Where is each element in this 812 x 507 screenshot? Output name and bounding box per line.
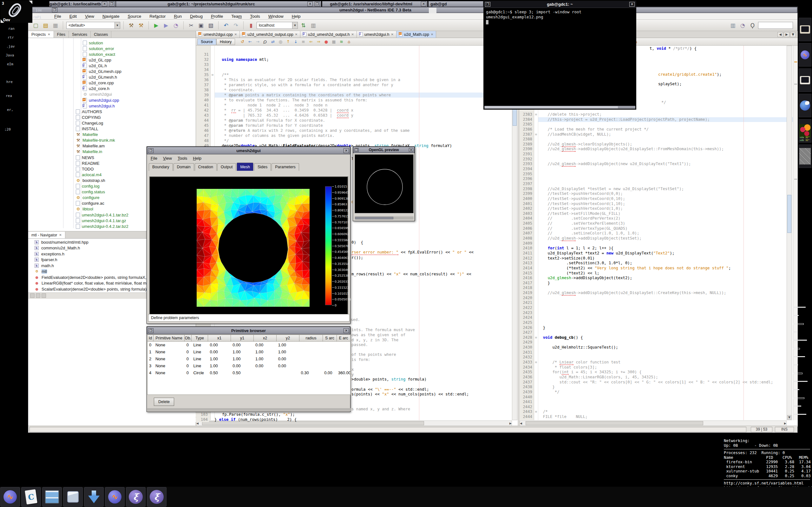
table-row[interactable]: 4None0Circle0.500.500.300.00360.00 <box>148 370 350 377</box>
find-icon[interactable]: Ϙ <box>261 37 270 47</box>
bg-terminal-4-scrollbar[interactable] <box>429 8 437 13</box>
menu-source[interactable]: Source <box>128 14 141 19</box>
gc-icon[interactable]: ◔ <box>739 21 747 30</box>
filter-icon[interactable] <box>36 293 40 298</box>
tree-item-TODO[interactable]: TODO <box>76 166 94 172</box>
select-occurrence-icon[interactable]: ◎ <box>277 39 284 45</box>
close-icon[interactable]: ✕ <box>431 33 433 36</box>
tree-item-COPYING[interactable]: COPYING <box>76 114 101 120</box>
table-row[interactable]: 1None0Line0.001.001.001.00 <box>148 349 350 355</box>
menu-refactor[interactable]: Refactor <box>149 14 165 19</box>
start-macro-icon[interactable]: ● <box>322 39 329 45</box>
opengl-titlebar[interactable]: ❐ OpenGL preview ✕ <box>353 147 415 153</box>
tree-item-Makefile[interactable]: ⚒Makefile <box>76 132 98 137</box>
navigator-item[interactable]: ●LinearRGB(float* color, float value, fl… <box>35 280 154 286</box>
close-icon[interactable]: ✕ <box>102 2 107 6</box>
download-icon[interactable] <box>84 487 104 507</box>
column-header-e-arc[interactable]: E arc <box>337 335 351 342</box>
umesh-menu-file[interactable]: File <box>151 156 157 161</box>
cut-icon[interactable]: ✂ <box>187 21 195 30</box>
copy-icon[interactable]: ▣ <box>197 21 205 30</box>
file-manager-icon[interactable] <box>42 487 62 507</box>
close-icon[interactable]: ✕ <box>409 148 413 152</box>
tree-item-INSTALL[interactable]: INSTALL <box>76 126 98 132</box>
netbeans-titlebar[interactable]: ❐ umesh2dgui - NetBeans IDE 7.3 Beta <box>28 7 798 13</box>
tree-item-umesh2dgui-0.4.1.tar.gz[interactable]: umesh2dgui-0.4.1.tar.gz <box>76 218 126 223</box>
mesh-canvas[interactable]: 1.010150.9596450.9091380.858630.8081220.… <box>149 176 348 315</box>
column-header-id[interactable]: Id <box>147 335 154 342</box>
toggle-history[interactable]: History <box>216 39 235 45</box>
tree-item-umesh2dgui-0.4.2.tar.bz2[interactable]: umesh2dgui-0.4.2.tar.bz2 <box>76 223 129 229</box>
tree-item-configure.ac[interactable]: configure.ac <box>76 201 104 206</box>
umesh-tab-mesh[interactable]: Mesh <box>237 163 253 171</box>
tab-scroll-icon[interactable]: ▶ <box>784 32 790 37</box>
bg-terminal-4-titlebar[interactable]: gab@gd <box>428 1 484 7</box>
next-occurrence-icon[interactable]: ↓ <box>292 39 299 45</box>
terminal-scrollbar[interactable] <box>484 106 635 109</box>
navigator-item[interactable]: hmath.h <box>35 263 54 268</box>
math-app-icon[interactable]: ∿ <box>105 487 125 507</box>
tree-item-configure[interactable]: ⚙configure <box>76 195 99 201</box>
window-menu-icon[interactable]: ❐ <box>52 8 57 12</box>
opengl-canvas[interactable] <box>355 154 414 213</box>
umesh-tab-creation[interactable]: Creation <box>195 163 217 171</box>
tree-item-umesh2dgui-0.4.1.tar.bz2[interactable]: umesh2dgui-0.4.1.tar.bz2 <box>76 212 129 218</box>
navigator-item[interactable]: ●FieldEvaluator(dense2D<double> points, … <box>35 274 151 280</box>
terminal-body[interactable]: gab@gdc1:~$ sleep 3; import -window root… <box>484 9 635 106</box>
umesh2dgui-titlebar[interactable]: ❐ umesh2dgui ✕ <box>147 147 350 154</box>
umesh-tab-parameters[interactable]: Parameters <box>271 163 299 171</box>
navigator-item[interactable]: hexceptions.h <box>35 251 64 257</box>
display-icon[interactable] <box>799 18 811 41</box>
table-row[interactable]: 3None0Line1.000.000.000.00 <box>148 362 350 370</box>
close-icon[interactable]: ✕ <box>235 33 237 36</box>
menu-team[interactable]: Team <box>231 14 242 19</box>
vertical-scrollbar[interactable]: ▼ <box>786 46 792 420</box>
close-icon[interactable]: ✕ <box>344 328 349 333</box>
tree-item-config.log[interactable]: config.log <box>76 183 100 189</box>
editor-tab-umesh2dgui.h[interactable]: umesh2dgui.h✕ <box>357 31 397 38</box>
db-icon[interactable]: ▥ <box>309 21 317 30</box>
go-to-header-icon[interactable]: ⌂ <box>345 39 352 45</box>
tree-item-solution_exact[interactable]: solution_exact <box>83 51 115 57</box>
menu-window[interactable]: Window <box>268 14 284 19</box>
window-menu-icon[interactable]: ❐ <box>485 2 490 7</box>
close-icon[interactable]: ✕ <box>48 33 50 36</box>
column-header-type[interactable]: Type <box>192 335 208 342</box>
memory-icon[interactable]: ▥ <box>728 21 737 30</box>
tree-item-umesh2dgui.h[interactable]: umesh2dgui.h <box>83 103 115 109</box>
menu-run[interactable]: Run <box>174 14 182 19</box>
menu-profile[interactable]: Profile <box>211 14 223 19</box>
db-connect-icon[interactable]: ⇅ <box>299 21 308 30</box>
navigator-item[interactable]: ⚙mtl <box>35 269 47 274</box>
umesh-menu-tools[interactable]: Tools <box>177 156 187 161</box>
config-select[interactable]: <default>▼ <box>66 22 120 29</box>
comment-icon[interactable]: ≋ <box>338 39 345 45</box>
toggle-source[interactable]: Source <box>197 39 216 45</box>
tab-services[interactable]: Services <box>69 31 91 38</box>
paste-icon[interactable]: ▧ <box>206 21 215 30</box>
toggle-highlight-icon[interactable]: ⇄ <box>269 39 276 45</box>
horizontal-scrollbar[interactable] <box>355 216 414 220</box>
menu-file[interactable]: File <box>54 14 61 19</box>
maximize-icon[interactable]: ❐ <box>109 2 114 6</box>
delete-button[interactable]: Delete <box>154 398 174 406</box>
quick-search-icon[interactable]: Ϙ <box>748 21 757 30</box>
column-header-ob.[interactable]: Ob. <box>185 335 192 342</box>
tree-item-u2d_GLmesh.h[interactable]: u2d_GLmesh.h <box>83 74 117 80</box>
disk-temperature-icon[interactable]: sda 32°sdb 32° <box>799 119 811 143</box>
document-viewer-icon[interactable]: C <box>21 487 41 507</box>
menu-debug[interactable]: Debug <box>190 14 203 19</box>
tree-item-libtool[interactable]: ⚙libtool <box>76 206 93 212</box>
dev-desktop-icon[interactable]: 3 Dev <box>1 1 32 23</box>
maximize-icon[interactable]: ❐ <box>315 2 320 6</box>
tab-scroll-icon[interactable]: ◀ <box>777 32 783 37</box>
back-icon[interactable]: ← <box>247 39 253 45</box>
deploy-icon[interactable]: ▮ <box>247 21 255 30</box>
tab-navigator[interactable]: mtl - Navigator✕ <box>28 232 65 238</box>
tree-item-ChangeLog[interactable]: ChangeLog <box>76 120 103 126</box>
tree-item-AUTHORS[interactable]: AUTHORS <box>76 109 102 114</box>
column-header-s-arc[interactable]: S arc <box>323 335 337 342</box>
table-row[interactable]: 0None0Line0.000.000.001.00 <box>148 342 350 349</box>
primitive-browser-titlebar[interactable]: ❐ Primitive browser ✕ <box>147 327 350 334</box>
navigator-item[interactable]: hcommon/u2d_Math.h <box>35 245 80 251</box>
